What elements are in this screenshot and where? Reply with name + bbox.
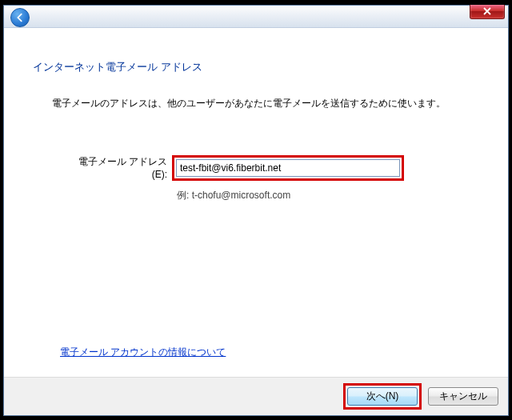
example-row: 例: t-chofu@microsoft.com — [65, 189, 482, 202]
description-text: 電子メールのアドレスは、他のユーザーがあなたに電子メールを送信するために使います… — [52, 97, 482, 110]
footer: 次へ(N) キャンセル — [4, 377, 508, 415]
close-button[interactable] — [470, 5, 505, 19]
email-row: 電子メール アドレス(E): — [65, 155, 482, 181]
back-button[interactable] — [10, 8, 30, 27]
titlebar — [4, 6, 508, 28]
dialog-window: インターネット電子メール アドレス 電子メールのアドレスは、他のユーザーがあなた… — [3, 5, 509, 416]
cancel-button[interactable]: キャンセル — [428, 387, 498, 406]
email-input[interactable] — [176, 159, 400, 177]
email-label: 電子メール アドレス(E): — [65, 155, 172, 180]
next-button[interactable]: 次へ(N) — [347, 387, 418, 406]
email-highlight — [172, 155, 404, 181]
account-info-link[interactable]: 電子メール アカウントの情報について — [60, 346, 226, 359]
example-text: 例: t-chofu@microsoft.com — [172, 189, 290, 202]
content-area: インターネット電子メール アドレス 電子メールのアドレスは、他のユーザーがあなた… — [4, 28, 508, 377]
back-arrow-icon — [14, 12, 26, 23]
page-title: インターネット電子メール アドレス — [33, 60, 482, 74]
next-button-highlight: 次へ(N) — [343, 383, 422, 410]
close-icon — [483, 7, 491, 15]
